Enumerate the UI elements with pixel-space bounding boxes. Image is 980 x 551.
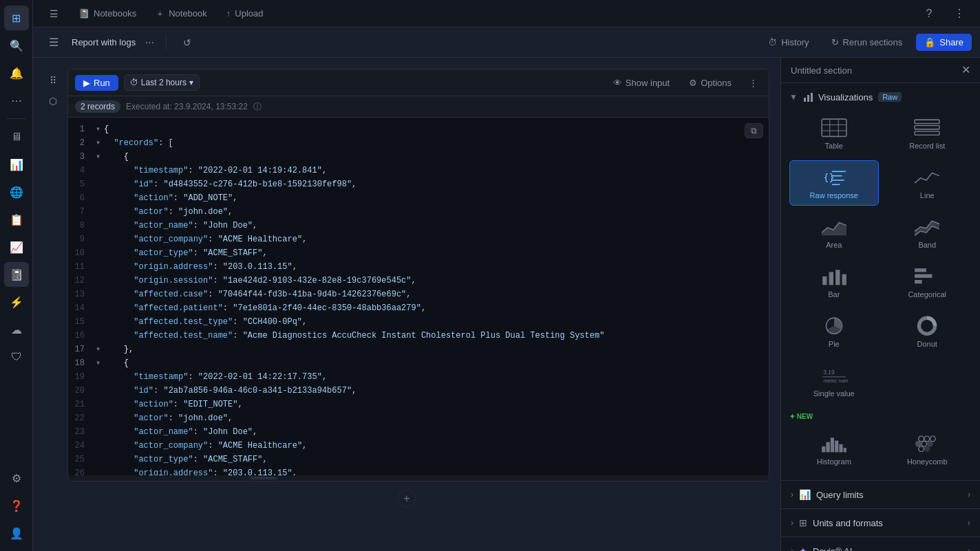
bar-chart-icon: [820, 266, 848, 288]
sidebar-icon-digital[interactable]: 🌐: [4, 180, 29, 204]
line-toggle-18[interactable]: ▾: [96, 357, 104, 370]
show-input-button[interactable]: 👁 Show input: [606, 75, 677, 91]
notebook-button[interactable]: ＋ Notebook: [149, 5, 214, 23]
line-num-3: 3: [68, 151, 96, 164]
viz-section-title: Visualizations: [818, 92, 873, 102]
horizontal-scrollbar[interactable]: [68, 475, 769, 481]
line-19: 19 "timestamp": "2022-02-01 14:22:17.735…: [68, 371, 769, 385]
share-button[interactable]: 🔒 Share: [916, 34, 972, 51]
sidebar-icon-user[interactable]: 👤: [4, 521, 29, 545]
refresh-icon[interactable]: ↺: [175, 30, 200, 55]
raw-response-icon: {}: [820, 166, 848, 188]
viz-item-area[interactable]: Area: [789, 210, 879, 255]
cell-drag-handle[interactable]: ⠿: [44, 72, 62, 89]
line-toggle-17[interactable]: ▾: [96, 343, 104, 356]
viz-item-table[interactable]: Table: [789, 111, 879, 156]
top-bar-menu-icon[interactable]: ☰: [41, 1, 66, 26]
line-num-14: 14: [68, 302, 96, 315]
share-label: Share: [939, 37, 963, 47]
sidebar-icon-metrics[interactable]: 📈: [4, 235, 29, 259]
add-cell-button[interactable]: +: [398, 490, 416, 508]
sidebar-icon-settings[interactable]: ⚙: [4, 466, 29, 490]
line-toggle-3[interactable]: ▾: [96, 151, 104, 164]
line-num-17: 17: [68, 343, 96, 356]
categorical-label: Categorical: [908, 290, 946, 299]
viz-item-raw-response[interactable]: {} Raw response: [789, 160, 879, 206]
line-num-21: 21: [68, 398, 96, 411]
top-bar-more-icon[interactable]: ⋮: [947, 1, 972, 26]
sidebar-icon-apps[interactable]: ⋯: [4, 88, 29, 113]
units-formats-header[interactable]: › ⊞ Units and formats ›: [781, 509, 980, 537]
query-limits-chevron: ›: [791, 490, 793, 499]
run-button[interactable]: ▶ Run: [75, 75, 118, 91]
svg-rect-28: [822, 446, 825, 452]
time-range-label: Last 2 hours: [141, 78, 187, 87]
davis-ai-header[interactable]: › ✦ Davis® AI ›: [781, 537, 980, 551]
upload-button[interactable]: ↑ Upload: [220, 6, 270, 21]
sidebar-icon-alerts[interactable]: 🔔: [4, 61, 29, 85]
line-content-21: "action": "EDIT_NOTE",: [104, 398, 769, 411]
line-toggle-1[interactable]: ▾: [96, 123, 104, 136]
notebooks-button[interactable]: 📓 Notebooks: [72, 6, 143, 21]
close-button[interactable]: ✕: [961, 65, 970, 76]
line-12: 12 "origin.session": "1ae424d2-9103-432e…: [68, 274, 769, 288]
viz-item-honeycomb[interactable]: Honeycomb: [883, 426, 972, 472]
line-content-18: {: [104, 357, 769, 370]
sidebar-icon-infra[interactable]: 🖥: [4, 125, 29, 149]
viz-item-donut[interactable]: Donut: [883, 309, 972, 354]
query-limits-header[interactable]: › 📊 Query limits ›: [781, 481, 980, 508]
h-scroll-thumb[interactable]: [250, 477, 277, 479]
line-content-3: {: [104, 151, 769, 164]
viz-item-pie[interactable]: Pie: [789, 309, 879, 354]
line-toggle-2[interactable]: ▾: [96, 137, 104, 150]
rerun-sections-button[interactable]: ↻ Rerun sections: [823, 34, 911, 51]
line-num-18: 18: [68, 357, 96, 370]
viz-item-band[interactable]: Band: [883, 210, 972, 255]
sidebar-icon-apm[interactable]: 📊: [4, 152, 29, 177]
options-button[interactable]: ⚙ Options: [682, 75, 738, 91]
copy-button[interactable]: ⧉: [745, 123, 763, 138]
line-24: 24 "actor_company": "ACME Healthcare",: [68, 440, 769, 453]
viz-item-bar[interactable]: Bar: [789, 259, 879, 305]
viz-item-categorical[interactable]: Categorical: [883, 259, 972, 305]
cell-expand-icon[interactable]: ⬡: [44, 92, 62, 110]
history-button[interactable]: ⏱ History: [760, 34, 817, 51]
line-num-16: 16: [68, 329, 96, 343]
time-range-select[interactable]: ⏱ Last 2 hours ▾: [124, 74, 200, 91]
svg-rect-17: [829, 272, 833, 285]
options-icon: ⚙: [689, 78, 697, 88]
viz-item-single-value[interactable]: 3.19 metric name Single value: [789, 358, 879, 404]
sidebar-icon-cloud[interactable]: ☁: [4, 317, 29, 342]
cell-more-button[interactable]: ⋮: [744, 74, 762, 91]
viz-item-histogram[interactable]: Histogram: [789, 426, 879, 472]
cell-container: ⠿ ⬡ ▶ Run ⏱ Last 2 hours ▾: [44, 69, 769, 482]
notebook-menu-button[interactable]: ⋯: [141, 34, 158, 51]
sidebar-icon-logs[interactable]: 📋: [4, 207, 29, 232]
line-num-10: 10: [68, 247, 96, 260]
sidebar-icon-help[interactable]: ❓: [4, 493, 29, 518]
cell-toolbar: ▶ Run ⏱ Last 2 hours ▾ 👁 Show input: [68, 69, 769, 96]
json-output-container[interactable]: ⧉ 1 ▾ { 2 ▾ "records": [: [68, 118, 769, 475]
sidebar-icon-home[interactable]: ⊞: [4, 6, 29, 30]
sidebar-icon-security[interactable]: 🛡: [4, 345, 29, 369]
cell-collapse-icon[interactable]: ☰: [41, 30, 66, 55]
sidebar-icon-notebook[interactable]: 📓: [4, 262, 29, 287]
honeycomb-label: Honeycomb: [907, 457, 948, 466]
sidebar-icon-search[interactable]: 🔍: [4, 33, 29, 58]
viz-toggle-icon[interactable]: ▼: [789, 92, 798, 102]
top-bar-help-icon[interactable]: ?: [917, 1, 941, 26]
info-icon[interactable]: ⓘ: [253, 101, 262, 113]
viz-item-line[interactable]: Line: [883, 160, 972, 206]
line-4: 4 "timestamp": "2022-02-01 14:19:42.841"…: [68, 164, 769, 178]
split-layout: ⠿ ⬡ ▶ Run ⏱ Last 2 hours ▾: [33, 58, 980, 551]
viz-item-record-list[interactable]: Record list: [883, 111, 972, 156]
svg-text:{}: {}: [823, 172, 834, 183]
query-limits-icon: 📊: [799, 489, 811, 500]
davis-ai-title: Davis® AI: [813, 546, 962, 552]
pie-chart-icon: [820, 315, 848, 337]
bar-label: Bar: [828, 290, 840, 299]
line-7: 7 "actor": "john.doe",: [68, 206, 769, 219]
sidebar-icon-automations[interactable]: ⚡: [4, 290, 29, 314]
line-5: 5 "id": "d4843552-c276-412b-b1e8-1592130…: [68, 178, 769, 192]
query-limits-expand-icon: ›: [968, 490, 970, 499]
